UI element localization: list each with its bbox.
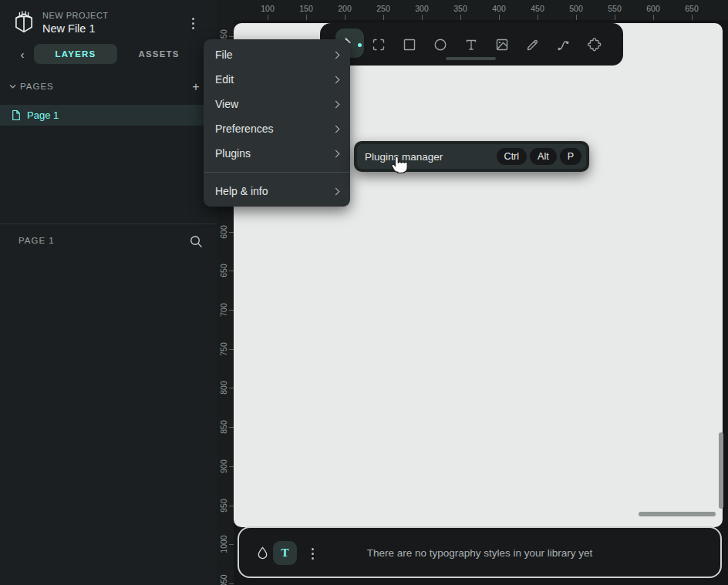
menu-item-label: Plugins xyxy=(215,147,251,160)
ruler-tick xyxy=(576,15,577,20)
curve-path-icon xyxy=(556,37,571,52)
ruler-tick xyxy=(653,15,654,20)
vertical-scrollbar[interactable] xyxy=(719,432,723,509)
chevron-down-icon xyxy=(9,84,16,89)
board-frame-icon xyxy=(371,37,386,52)
menu-item-preferences[interactable]: Preferences xyxy=(204,116,350,141)
left-sidebar: NEW PROJECT New File 1 ‹ LAYERS ASSETS P… xyxy=(0,0,217,585)
ruler-label: 700 xyxy=(219,303,228,317)
project-name: NEW PROJECT xyxy=(42,11,109,20)
ruler-label: 500 xyxy=(569,4,583,13)
ruler-label: 1050 xyxy=(219,574,228,585)
typography-library-panel: T There are no typography styles in your… xyxy=(238,526,722,578)
ruler-tick xyxy=(383,15,384,20)
ruler-label: 800 xyxy=(219,382,228,395)
horizontal-scrollbar[interactable] xyxy=(639,512,716,516)
ruler-label: 550 xyxy=(608,4,622,13)
tool-text-button[interactable] xyxy=(459,32,484,57)
shortcut-key-badge: Ctrl xyxy=(497,148,527,165)
plugins-manager-menu-item[interactable]: Plugins manager CtrlAltP xyxy=(357,144,586,169)
main-menu-dropdown: FileEditViewPreferencesPlugins Help & in… xyxy=(204,39,350,207)
ruler-label: 100 xyxy=(261,4,275,13)
ruler-label: 400 xyxy=(492,4,506,13)
toolbar-drag-handle[interactable] xyxy=(446,57,496,60)
tool-curve-button[interactable] xyxy=(551,32,576,57)
ruler-label: 900 xyxy=(219,459,228,473)
ruler-label: 450 xyxy=(531,4,544,13)
ruler-tick xyxy=(345,15,345,20)
ruler-label: 650 xyxy=(685,4,699,13)
ruler-tick xyxy=(268,15,268,20)
ruler-tick xyxy=(229,544,234,545)
collapse-sidebar-button[interactable]: ‹ xyxy=(15,46,29,62)
page-file-icon xyxy=(12,109,21,121)
chevron-right-icon xyxy=(332,100,340,108)
ruler-tick xyxy=(499,15,500,20)
menu-item-label: Help & info xyxy=(215,185,268,197)
ruler-label: 150 xyxy=(299,4,313,13)
ruler-label: 200 xyxy=(338,4,352,13)
menu-item-help-info[interactable]: Help & info xyxy=(204,179,350,203)
chevron-right-icon xyxy=(332,187,340,195)
horizontal-ruler[interactable]: 100150200250300350400450500550600650 xyxy=(217,0,728,20)
pages-section-header[interactable]: PAGES xyxy=(9,82,54,91)
chevron-right-icon xyxy=(332,51,340,59)
add-page-button[interactable]: + xyxy=(189,80,203,94)
ruler-label: 950 xyxy=(219,499,228,513)
ruler-label: 650 xyxy=(219,264,228,278)
page-list-item[interactable]: Page 1 xyxy=(0,105,217,126)
penpot-workspace: 100150200250300350400450500550600650 350… xyxy=(0,0,728,585)
move-tool-accent-dot xyxy=(358,43,362,47)
tab-assets[interactable]: ASSETS xyxy=(117,44,201,64)
chevron-right-icon xyxy=(332,150,340,157)
menu-item-plugins[interactable]: Plugins xyxy=(204,141,350,166)
tool-image-button[interactable] xyxy=(490,32,514,57)
design-toolbar xyxy=(320,23,623,66)
tool-ellipse-button[interactable] xyxy=(428,32,453,57)
menu-items: FileEditViewPreferencesPlugins xyxy=(204,42,350,166)
menu-item-label: View xyxy=(215,98,238,110)
chevron-right-icon xyxy=(332,76,340,83)
ruler-tick xyxy=(229,583,234,584)
chevron-right-icon xyxy=(332,125,340,133)
menu-item-file[interactable]: File xyxy=(204,42,350,67)
rectangle-icon xyxy=(402,37,417,52)
ruler-tick xyxy=(460,15,461,20)
ruler-label: 600 xyxy=(219,225,228,239)
ruler-tick xyxy=(422,15,423,20)
tool-rectangle-button[interactable] xyxy=(397,32,422,57)
menu-item-view[interactable]: View xyxy=(204,92,350,116)
ruler-tick xyxy=(306,15,307,20)
menu-item-label: File xyxy=(215,49,233,61)
menu-item-edit[interactable]: Edit xyxy=(204,67,350,92)
ruler-tick xyxy=(692,15,693,20)
file-name: New File 1 xyxy=(42,22,96,35)
submenu-shortcuts: CtrlAltP xyxy=(497,148,581,165)
menu-divider xyxy=(204,172,350,173)
ruler-label: 350 xyxy=(453,4,467,13)
menu-item-label: Preferences xyxy=(215,123,273,135)
menu-footer-items: Help & info xyxy=(204,179,350,203)
shortcut-key-badge: P xyxy=(560,148,581,165)
page-item-label: Page 1 xyxy=(27,109,59,121)
tab-layers[interactable]: LAYERS xyxy=(34,44,117,64)
shortcut-key-badge: Alt xyxy=(530,148,557,165)
layers-panel-title: PAGE 1 xyxy=(19,236,55,245)
text-icon xyxy=(463,37,479,52)
ruler-label: 300 xyxy=(415,4,429,13)
puzzle-icon xyxy=(587,37,602,52)
ruler-label: 600 xyxy=(646,4,660,13)
tool-plugins-button[interactable] xyxy=(582,32,607,57)
tool-pen-button[interactable] xyxy=(521,32,545,57)
plugins-manager-label: Plugins manager xyxy=(365,151,497,163)
ruler-label: 1000 xyxy=(219,536,228,553)
search-icon[interactable] xyxy=(189,234,203,248)
penpot-logo-icon xyxy=(10,8,38,36)
ruler-tick xyxy=(615,15,615,20)
file-options-menu-button[interactable] xyxy=(192,18,194,29)
ellipse-icon xyxy=(433,37,448,52)
ruler-label: 750 xyxy=(219,342,228,356)
tool-board-button[interactable] xyxy=(366,32,391,57)
ruler-label: 850 xyxy=(219,420,228,434)
menu-item-label: Edit xyxy=(215,73,234,86)
